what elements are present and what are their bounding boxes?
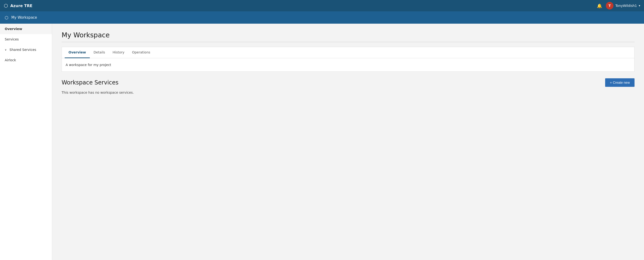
sidebar-item-airlock[interactable]: Airlock <box>0 55 52 65</box>
services-section: Workspace Services + Create new This wor… <box>62 78 634 94</box>
sidebar-item-services[interactable]: Services <box>0 34 52 44</box>
services-title: Workspace Services <box>62 79 118 86</box>
create-new-button[interactable]: + Create new <box>605 78 634 87</box>
tab-overview[interactable]: Overview <box>65 47 90 58</box>
username-label: TonyWildish1 <box>615 4 637 7</box>
second-bar: ⬡ My Workspace <box>0 11 644 24</box>
sidebar-item-label: Shared Services <box>10 48 36 52</box>
user-section[interactable]: T TonyWildish1 ▾ <box>606 2 640 9</box>
tab-operations[interactable]: Operations <box>128 47 154 58</box>
tabs-content: A workspace for my project <box>62 58 634 71</box>
top-nav-left: ⬡ Azure TRE <box>4 3 32 8</box>
top-nav-right: 🔔 T TonyWildish1 ▾ <box>597 2 640 9</box>
sidebar-item-shared-services[interactable]: ∨ Shared Services <box>0 44 52 55</box>
app-title: Azure TRE <box>10 3 32 8</box>
sidebar-item-label: Overview <box>5 27 22 31</box>
avatar: T <box>606 2 614 9</box>
chevron-down-icon: ∨ <box>5 48 7 51</box>
services-header: Workspace Services + Create new <box>62 78 634 87</box>
sidebar-item-label: Airlock <box>5 58 16 62</box>
tabs-header: Overview Details History Operations <box>62 47 634 58</box>
main-layout: Overview Services ∨ Shared Services Airl… <box>0 24 644 260</box>
top-nav: ⬡ Azure TRE 🔔 T TonyWildish1 ▾ <box>0 0 644 11</box>
main-content: My Workspace Overview Details History Op… <box>52 24 644 260</box>
tab-history[interactable]: History <box>109 47 128 58</box>
workspace-nav-title: My Workspace <box>11 15 37 20</box>
notifications-icon[interactable]: 🔔 <box>597 3 602 8</box>
page-title: My Workspace <box>62 31 634 39</box>
tabs-panel: Overview Details History Operations A wo… <box>62 47 634 72</box>
no-services-message: This workspace has no workspace services… <box>62 91 634 94</box>
sidebar-item-overview[interactable]: Overview <box>0 24 52 34</box>
page-title-divider <box>62 42 634 42</box>
workspace-icon: ⬡ <box>5 15 8 20</box>
sidebar: Overview Services ∨ Shared Services Airl… <box>0 24 52 260</box>
app-logo-icon: ⬡ <box>4 3 8 8</box>
tab-details[interactable]: Details <box>90 47 109 58</box>
sidebar-item-label: Services <box>5 37 19 41</box>
chevron-down-icon: ▾ <box>639 4 640 7</box>
workspace-description: A workspace for my project <box>66 63 630 67</box>
